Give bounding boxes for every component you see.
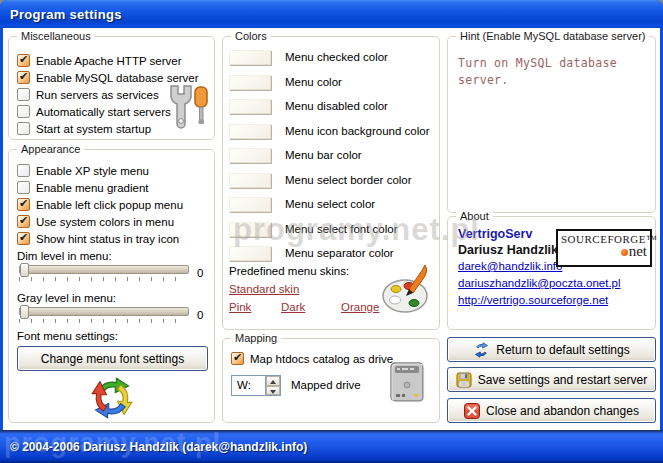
email-link-1[interactable]: darek@handzlik.info <box>458 260 562 272</box>
group-mapping: Mapping Map htdocs catalog as drive W: M… <box>222 338 440 423</box>
checkbox-label: Automatically start servers <box>36 106 171 118</box>
checkbox-start-at-startup[interactable]: Start at system startup <box>17 121 151 136</box>
statusbar: © 2004-2006 Dariusz Handzlik (darek@hand… <box>0 430 663 463</box>
group-title: Appearance <box>17 143 84 155</box>
checkbox-box[interactable] <box>17 105 30 118</box>
checkbox-label: Enable Apache HTTP server <box>36 55 182 67</box>
checkbox-menu-gradient[interactable]: Enable menu gradient <box>17 180 149 195</box>
button-label: Close and abandon changes <box>486 404 639 418</box>
checkbox-label: Enable menu gradient <box>36 182 149 194</box>
color-swatch[interactable] <box>229 197 271 212</box>
close-abandon-button[interactable]: Close and abandon changes <box>447 398 656 423</box>
color-row-menu: Menu color <box>229 74 342 90</box>
button-label: Change menu font settings <box>41 352 184 366</box>
group-title: Colors <box>231 30 271 42</box>
checkbox-box[interactable] <box>17 215 30 228</box>
change-font-button[interactable]: Change menu font settings <box>17 346 208 371</box>
close-icon <box>464 403 480 419</box>
checkbox-box[interactable] <box>17 232 30 245</box>
blue-refresh-icon <box>473 342 490 358</box>
refresh-icon <box>89 376 135 420</box>
font-settings-label: Font menu settings: <box>17 330 118 342</box>
website-link[interactable]: http://vertrigo.sourceforge.net <box>458 294 608 306</box>
slider-thumb[interactable] <box>20 263 29 277</box>
checkbox-label: Run servers as services <box>36 89 159 101</box>
dim-level-value: 0 <box>197 267 203 279</box>
color-swatch[interactable] <box>229 50 271 65</box>
checkbox-xp-style-menu[interactable]: Enable XP style menu <box>17 163 149 178</box>
palette-icon <box>381 263 431 317</box>
checkbox-hint-in-tray[interactable]: Show hint status in tray icon <box>17 231 179 246</box>
window-title: Program settings <box>10 7 122 22</box>
color-row-icon-background: Menu icon background color <box>229 123 429 139</box>
save-restart-button[interactable]: Save settings and restart server <box>447 367 656 392</box>
color-swatch[interactable] <box>229 246 271 261</box>
color-row-menu-disabled: Menu disabled color <box>229 98 388 114</box>
color-row-select-border: Menu select border color <box>229 172 412 188</box>
skin-link-standard[interactable]: Standard skin <box>229 283 299 295</box>
color-label: Menu color <box>285 76 342 88</box>
checkbox-label: Use system colors in menu <box>36 216 174 228</box>
save-icon <box>456 372 472 388</box>
color-label: Menu bar color <box>285 149 362 161</box>
spinner-buttons <box>265 376 280 395</box>
group-miscellaneous: Miscellaneous Enable Apache HTTP server … <box>8 36 215 140</box>
email-link-2[interactable]: dariuszhandzlik@poczta.onet.pl <box>458 277 621 289</box>
button-label: Save settings and restart server <box>478 373 647 387</box>
checkbox-run-as-services[interactable]: Run servers as services <box>17 87 159 102</box>
group-colors: Colors Menu checked color Menu color Men… <box>222 36 440 330</box>
skin-link-orange[interactable]: Orange <box>341 301 379 313</box>
gray-level-slider[interactable] <box>19 307 189 323</box>
color-label: Menu select color <box>285 198 375 210</box>
checkbox-label: Start at system startup <box>36 123 151 135</box>
color-swatch[interactable] <box>229 124 271 139</box>
checkbox-box[interactable] <box>17 181 30 194</box>
checkbox-auto-start[interactable]: Automatically start servers <box>17 104 171 119</box>
checkbox-left-click-popup[interactable]: Enable left click popup menu <box>17 197 183 212</box>
checkbox-box[interactable] <box>17 164 30 177</box>
hint-text: Turn on MySQL database server. <box>458 55 648 90</box>
checkbox-box[interactable] <box>17 122 30 135</box>
color-label: Menu select border color <box>285 174 412 186</box>
slider-thumb[interactable] <box>20 305 29 319</box>
color-swatch[interactable] <box>229 148 271 163</box>
checkbox-box[interactable] <box>17 71 30 84</box>
checkbox-box[interactable] <box>17 54 30 67</box>
gray-level-value: 0 <box>197 309 203 321</box>
dim-level-slider[interactable] <box>19 265 189 281</box>
skins-label: Predefined menu skins: <box>229 265 349 277</box>
checkbox-system-colors[interactable]: Use system colors in menu <box>17 214 174 229</box>
spin-up-icon[interactable] <box>266 376 280 386</box>
checkbox-box[interactable] <box>17 88 30 101</box>
checkbox-box[interactable] <box>17 198 30 211</box>
skin-link-dark[interactable]: Dark <box>281 301 305 313</box>
dim-level-label: Dim level in menu: <box>17 250 112 262</box>
color-swatch[interactable] <box>229 99 271 114</box>
color-row-select: Menu select color <box>229 196 375 212</box>
group-title: Hint (Enable MySQL database server) <box>456 30 649 42</box>
checkbox-label: Map htdocs catalog as drive <box>250 353 393 365</box>
slider-track[interactable] <box>19 307 189 316</box>
checkbox-map-htdocs[interactable]: Map htdocs catalog as drive <box>231 351 393 366</box>
return-defaults-button[interactable]: Return to default settings <box>447 337 656 362</box>
checkbox-label: Show hint status in tray icon <box>36 233 179 245</box>
color-row-select-font: Menu select font color <box>229 221 398 237</box>
color-swatch[interactable] <box>229 222 271 237</box>
color-swatch[interactable] <box>229 75 271 90</box>
color-swatch[interactable] <box>229 173 271 188</box>
mapped-drive-value[interactable]: W: <box>232 376 265 395</box>
mapped-drive-spinner[interactable]: W: <box>231 375 281 396</box>
skin-link-pink[interactable]: Pink <box>229 301 251 313</box>
spin-down-icon[interactable] <box>266 386 280 396</box>
slider-ticks <box>19 319 187 323</box>
color-row-separator: Menu separator color <box>229 245 394 261</box>
checkbox-enable-apache[interactable]: Enable Apache HTTP server <box>17 53 182 68</box>
checkbox-label: Enable left click popup menu <box>36 199 183 211</box>
button-label: Return to default settings <box>496 343 629 357</box>
titlebar: Program settings <box>0 0 663 28</box>
color-label: Menu icon background color <box>285 125 429 137</box>
checkbox-box[interactable] <box>231 352 244 365</box>
orange-dot-icon <box>621 249 628 256</box>
slider-track[interactable] <box>19 265 189 274</box>
group-appearance: Appearance Enable XP style menu Enable m… <box>8 149 215 423</box>
